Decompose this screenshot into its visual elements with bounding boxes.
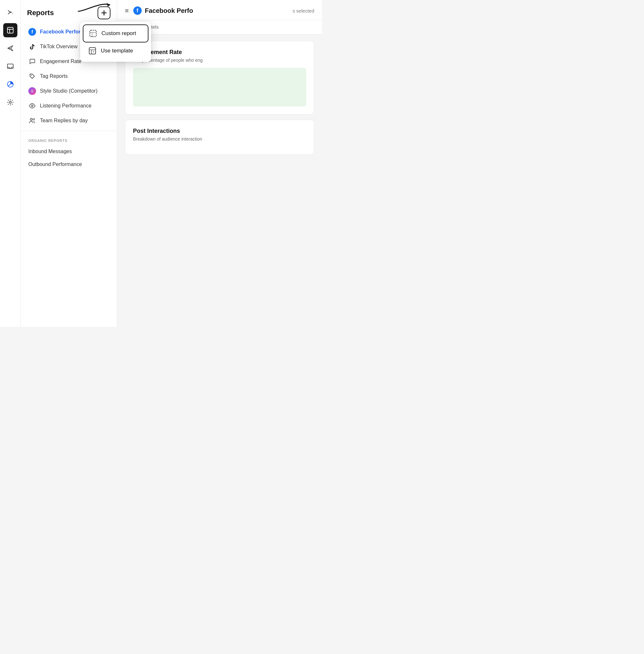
organic-nav-list: Inbound Messages Outbound Performance [21, 145, 117, 171]
sidebar: Reports Cus [21, 0, 117, 327]
icon-rail: ≻• [0, 0, 21, 327]
svg-point-20 [33, 119, 35, 120]
template-icon[interactable] [3, 23, 17, 37]
custom-report-icon [89, 29, 97, 38]
nav-item-label: Style Studio (Competitor) [40, 88, 97, 94]
analytics-icon[interactable] [3, 77, 17, 91]
selected-text: s selected [292, 8, 314, 14]
nav-item-label: Inbound Messages [28, 149, 72, 154]
nav-item-label: Tag Reports [40, 73, 68, 79]
purple-circle-icon: S [28, 87, 36, 95]
main-header: ≡ f Facebook Perfo s selected [117, 0, 322, 20]
settings-icon[interactable] [3, 95, 17, 110]
svg-rect-0 [7, 27, 13, 33]
card-subtitle: Breakdown of audience interaction [133, 137, 306, 142]
chat-icon [28, 57, 36, 65]
organic-section-label: ORGANIC REPORTS [21, 134, 117, 145]
tag-icon [28, 72, 36, 80]
svg-point-18 [31, 105, 33, 107]
use-template-label: Use template [101, 48, 133, 54]
nav-item-label: TikTok Overview [40, 44, 77, 50]
nav-item-team-replies[interactable]: Team Replies by day [24, 113, 113, 128]
nav-item-outbound-performance[interactable]: Outbound Performance [24, 158, 113, 171]
facebook-badge-icon: f [133, 6, 142, 15]
card-title: Engagement Rate [133, 49, 306, 56]
svg-point-17 [31, 75, 32, 76]
engagement-rate-card: Engagement Rate The percentage of people… [125, 41, 314, 115]
nav-item-label: Listening Performance [40, 103, 91, 109]
send-icon[interactable] [3, 41, 17, 55]
svg-rect-13 [89, 48, 96, 54]
branch-icon[interactable]: ≻• [3, 5, 17, 19]
card-title: Post Interactions [133, 128, 306, 135]
post-interactions-card: Post Interactions Breakdown of audience … [125, 120, 314, 155]
nav-divider [21, 130, 117, 131]
custom-report-option[interactable]: Custom report [83, 24, 148, 43]
use-template-option[interactable]: Use template [83, 43, 148, 59]
svg-rect-4 [7, 64, 13, 69]
sidebar-header: Reports [21, 0, 117, 24]
engagement-rate-chart [133, 68, 306, 106]
nav-item-label: Engagement Rate [40, 58, 82, 64]
nav-item-label: Team Replies by day [40, 118, 88, 123]
tiktok-icon [28, 43, 36, 50]
add-report-button[interactable] [97, 6, 111, 19]
svg-point-19 [30, 118, 32, 120]
nav-item-listening-performance[interactable]: Listening Performance [24, 98, 113, 113]
svg-point-6 [9, 101, 11, 103]
nav-item-inbound-messages[interactable]: Inbound Messages [24, 145, 113, 158]
main-title: f Facebook Perfo [133, 6, 193, 15]
nav-item-style-studio[interactable]: S Style Studio (Competitor) [24, 83, 113, 98]
cards-area: Engagement Rate The percentage of people… [117, 34, 322, 327]
nav-item-label: Outbound Performance [28, 162, 82, 167]
inbox-icon[interactable] [3, 59, 17, 73]
facebook-icon: f [28, 28, 36, 36]
eye-icon [28, 102, 36, 110]
template-star-icon [88, 46, 97, 55]
dropdown-menu: Custom report Use template [80, 22, 151, 62]
svg-rect-10 [90, 30, 96, 37]
svg-marker-16 [93, 51, 94, 52]
custom-report-label: Custom report [101, 30, 136, 37]
nav-item-tag-reports[interactable]: Tag Reports [24, 69, 113, 83]
page-title: Facebook Perfo [145, 7, 193, 15]
team-icon [28, 117, 36, 124]
sidebar-title: Reports [27, 9, 54, 17]
hamburger-icon[interactable]: ≡ [125, 7, 129, 15]
card-subtitle: The percentage of people who eng [133, 57, 306, 63]
